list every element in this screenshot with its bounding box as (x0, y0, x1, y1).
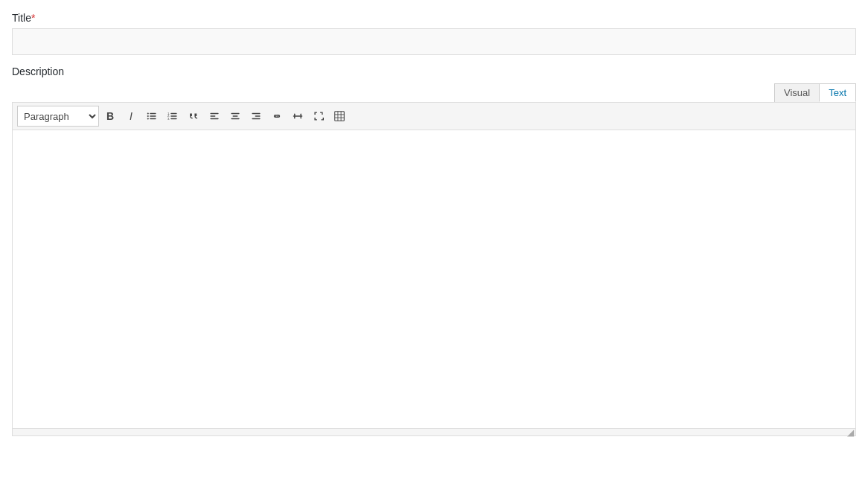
svg-rect-2 (150, 118, 156, 119)
svg-rect-19 (255, 115, 261, 116)
svg-rect-13 (210, 115, 215, 116)
resize-handle-icon: ◢ (847, 427, 854, 438)
link-button[interactable] (267, 106, 287, 126)
svg-rect-20 (252, 118, 260, 119)
align-center-button[interactable] (226, 106, 245, 126)
fullscreen-button[interactable] (309, 106, 328, 126)
italic-button[interactable]: I (121, 106, 141, 126)
horizontal-rule-button[interactable] (288, 106, 307, 126)
title-field-group: Title* (12, 12, 856, 55)
svg-rect-12 (210, 113, 218, 114)
align-left-button[interactable] (205, 106, 224, 126)
svg-rect-17 (231, 118, 239, 119)
align-right-button[interactable] (246, 106, 266, 126)
svg-rect-0 (150, 113, 156, 114)
paragraph-format-select[interactable]: Paragraph Heading 1 Heading 2 Heading 3 … (17, 106, 99, 127)
svg-text:3.: 3. (167, 117, 170, 121)
svg-point-4 (147, 115, 149, 117)
svg-rect-6 (170, 113, 176, 114)
svg-rect-18 (252, 113, 260, 114)
svg-rect-23 (301, 114, 301, 119)
svg-rect-15 (231, 113, 239, 114)
description-field-group: Description Visual Text Paragraph Headin… (12, 66, 856, 436)
svg-rect-8 (170, 118, 176, 119)
description-label: Description (12, 66, 856, 77)
svg-point-5 (147, 118, 149, 119)
required-indicator: * (31, 12, 35, 24)
svg-rect-7 (170, 115, 176, 116)
tab-text[interactable]: Text (819, 83, 856, 102)
ordered-list-button[interactable]: 1. 2. 3. (163, 106, 182, 126)
svg-rect-22 (294, 114, 295, 119)
table-button[interactable] (330, 106, 349, 126)
svg-rect-14 (210, 118, 218, 119)
svg-rect-16 (233, 115, 238, 116)
blockquote-button[interactable] (184, 106, 203, 126)
unordered-list-button[interactable] (142, 106, 162, 126)
form-section: Title* Description Visual Text Paragraph… (12, 12, 856, 436)
editor-toolbar: Paragraph Heading 1 Heading 2 Heading 3 … (13, 103, 855, 130)
bold-button[interactable]: B (100, 106, 120, 126)
editor-resize-bar: ◢ (13, 428, 855, 435)
title-label: Title* (12, 12, 856, 24)
title-input[interactable] (12, 28, 856, 55)
svg-rect-1 (150, 115, 156, 116)
editor-wrapper: Paragraph Heading 1 Heading 2 Heading 3 … (12, 102, 856, 436)
svg-point-3 (147, 112, 149, 114)
editor-tab-bar: Visual Text (12, 83, 856, 102)
tab-visual[interactable]: Visual (774, 83, 819, 102)
editor-content-area[interactable] (13, 130, 855, 428)
svg-rect-24 (335, 112, 345, 121)
title-label-text: Title (12, 12, 31, 24)
